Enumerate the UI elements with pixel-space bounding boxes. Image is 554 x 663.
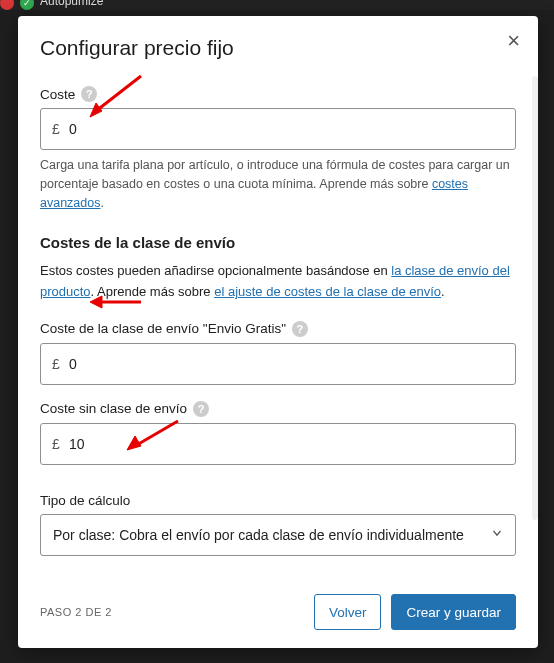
no-shipping-class-cost-field: Coste sin clase de envío ? £: [40, 401, 516, 465]
cost-label: Coste: [40, 87, 75, 102]
shipping-class-cost-setting-link[interactable]: el ajuste de costes de la clase de envío: [214, 284, 441, 299]
calculation-type-label: Tipo de cálculo: [40, 493, 130, 508]
modal-footer: PASO 2 DE 2 Volver Crear y guardar: [18, 580, 538, 648]
cost-hint: Carga una tarifa plana por artículo, o i…: [40, 156, 516, 212]
help-icon[interactable]: ?: [292, 321, 308, 337]
red-dot-icon: [0, 0, 14, 10]
shipping-desc-mid: . Aprende más sobre: [91, 284, 215, 299]
save-button[interactable]: Crear y guardar: [391, 594, 516, 630]
calculation-type-select[interactable]: Por clase: Cobra el envío por cada clase…: [40, 514, 516, 556]
top-app-text: Autopumize: [40, 0, 103, 8]
step-indicator: PASO 2 DE 2: [40, 606, 112, 618]
no-shipping-class-cost-input[interactable]: [40, 423, 516, 465]
shipping-desc-post: .: [441, 284, 445, 299]
browser-top-strip: ✓ Autopumize: [0, 0, 554, 10]
no-shipping-class-cost-label: Coste sin clase de envío: [40, 401, 187, 416]
cost-hint-post: .: [100, 196, 103, 210]
back-button[interactable]: Volver: [314, 594, 382, 630]
shipping-desc-pre: Estos costes pueden añadirse opcionalmen…: [40, 263, 391, 278]
modal-body: Configurar precio fijo Coste ? £ Carga u…: [18, 16, 538, 580]
help-icon[interactable]: ?: [193, 401, 209, 417]
page-backdrop: ✓ Autopumize × Configurar precio fijo Co…: [0, 0, 554, 663]
shipping-class-cost-input[interactable]: [40, 343, 516, 385]
green-check-icon: ✓: [20, 0, 34, 10]
shipping-class-cost-field: Coste de la clase de envío "Envio Gratis…: [40, 321, 516, 385]
shipping-section-title: Costes de la clase de envío: [40, 234, 516, 251]
shipping-class-cost-label: Coste de la clase de envío "Envio Gratis…: [40, 321, 286, 336]
cost-input[interactable]: [40, 108, 516, 150]
calculation-type-field: Tipo de cálculo Por clase: Cobra el enví…: [40, 493, 516, 556]
scrollbar[interactable]: [532, 76, 538, 520]
help-icon[interactable]: ?: [81, 86, 97, 102]
shipping-section-desc: Estos costes pueden añadirse opcionalmen…: [40, 261, 516, 303]
settings-modal: × Configurar precio fijo Coste ? £ Carga…: [18, 16, 538, 648]
cost-field: Coste ? £ Carga una tarifa plana por art…: [40, 86, 516, 212]
modal-title: Configurar precio fijo: [40, 36, 516, 60]
